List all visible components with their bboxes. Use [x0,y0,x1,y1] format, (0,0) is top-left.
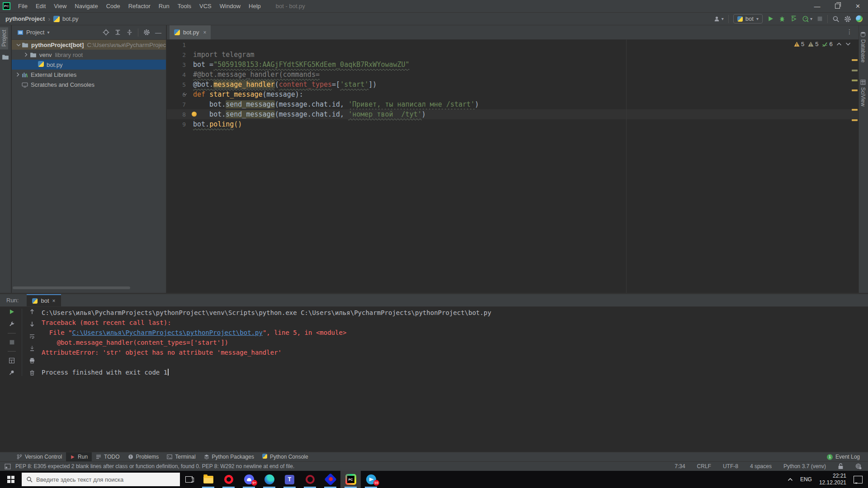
console-file-link[interactable]: C:\Users\илья\PycharmProjects\pythonProj… [72,329,262,336]
toolwindow-button-python-packages[interactable]: Python Packages [200,452,258,462]
status-message[interactable]: PEP 8: E305 expected 2 blank lines after… [15,463,294,469]
rerun-button[interactable] [9,309,15,315]
language-indicator[interactable]: ENG [800,476,812,483]
menu-vcs[interactable]: VCS [195,0,216,13]
code-line-6[interactable]: 6 def start_message(message): [167,89,859,99]
tool-stripe-sciview[interactable]: SciView [859,77,867,109]
taskbar-app-file-explorer[interactable] [198,471,218,488]
code-editor[interactable]: 1 2 import telegram 3 bot ="5059198153:A… [167,40,859,293]
debug-button[interactable] [778,15,786,22]
tree-item-bot-py[interactable]: bot.py [12,60,166,70]
taskbar-app-pycharm[interactable]: PC [340,471,361,488]
code-line-2[interactable]: 2 import telegram [167,50,859,60]
start-button[interactable] [0,471,22,488]
taskbar-app-telegram[interactable]: 55 [361,471,381,488]
error-stripe-mark[interactable] [852,70,858,71]
coverage-button[interactable] [790,15,797,22]
taskbar-app-teams[interactable]: T [279,471,300,488]
tray-expand-chevron-icon[interactable] [788,478,793,481]
expand-all-icon[interactable] [114,29,121,36]
breadcrumb-project[interactable]: pythonProject [5,15,45,22]
error-stripe-mark[interactable] [852,109,858,111]
restore-layout-icon[interactable] [9,357,15,364]
editor-tab-botpy[interactable]: bot.py × [170,25,211,39]
error-stripe-mark[interactable] [852,59,858,61]
warnings-indicator[interactable]: 5 [794,41,804,47]
tab-options-kebab-icon[interactable]: ⋮ [846,28,853,35]
file-encoding[interactable]: UTF-8 [723,463,738,469]
notification-center-icon[interactable] [854,476,863,483]
code-with-me-icon[interactable] [856,15,863,22]
menu-help[interactable]: Help [245,0,265,13]
toolwindow-button-problems[interactable]: Problems [124,452,163,462]
taskbar-search-input[interactable]: Введите здесь текст для поиска [22,473,180,486]
edit-configurations-wrench-icon[interactable] [9,321,15,327]
menu-run[interactable]: Run [155,0,174,13]
toolwindow-button-todo[interactable]: TODO [92,452,123,462]
breadcrumb-file[interactable]: bot.py [62,15,78,22]
console-output[interactable]: C:\Users\илья\PycharmProjects\pythonProj… [42,308,491,377]
code-line-3[interactable]: 3 bot ="5059198153:AAGjFYdtSKFG5KdEem_0a… [167,60,859,70]
tree-item-venv[interactable]: venv library root [12,50,166,60]
chevron-right-icon[interactable] [16,72,22,77]
caret-position[interactable]: 7:34 [675,463,685,469]
scroll-to-end-icon[interactable] [29,345,35,352]
tab-close-icon[interactable]: × [203,29,206,36]
project-panel-title[interactable]: Project [26,29,44,36]
tool-stripe-database[interactable]: Database [859,29,867,65]
clock[interactable]: 22:2112.12.2021 [819,473,846,486]
event-log-button[interactable]: 1 Event Log [827,454,868,460]
menu-navigate[interactable]: Navigate [71,0,102,13]
maximize-button[interactable] [827,0,848,13]
tree-item-pythonproject[interactable]: pythonProject [bot] C:\Users\илья\Pychar… [12,40,166,50]
project-tree-hscrollbar[interactable] [13,286,130,289]
toolwindow-button-terminal[interactable]: Terminal [163,452,199,462]
code-line-4[interactable]: 4 #@bot.message_handler(commands= [167,70,859,80]
toolwindow-button-version-control[interactable]: Version Control [13,452,66,462]
typos-indicator[interactable]: 6 [822,41,832,47]
pin-tab-icon[interactable] [9,370,15,376]
code-line-1[interactable]: 1 [167,40,859,50]
intention-bulb-icon[interactable] [192,112,197,117]
error-stripe-mark[interactable] [852,89,858,91]
print-icon[interactable] [29,357,35,364]
unlock-icon[interactable] [838,463,844,469]
prev-problem-chevron-icon[interactable] [836,42,842,46]
menu-edit[interactable]: Edit [32,0,50,13]
locate-file-icon[interactable] [103,29,109,36]
menu-refactor[interactable]: Refactor [124,0,155,13]
menu-tools[interactable]: Tools [174,0,195,13]
tool-stripe-project[interactable]: Project [0,27,8,49]
tree-item-external-libraries[interactable]: External Libraries [12,70,166,80]
taskbar-app-edge[interactable] [259,471,279,488]
hide-panel-icon[interactable]: — [155,29,161,36]
profiler-button[interactable]: ▾ [802,15,812,22]
run-tab-bot[interactable]: bot × [27,294,61,306]
menu-code[interactable]: Code [102,0,124,13]
tree-item-scratches-and-consoles[interactable]: Scratches and Consoles [12,80,166,89]
user-icon[interactable]: ▾ [713,16,724,22]
clear-console-trash-icon[interactable] [29,370,35,376]
indent-style[interactable]: 4 spaces [750,463,772,469]
project-dropdown-icon[interactable]: ▾ [47,30,49,35]
chevron-right-icon[interactable] [24,52,30,57]
close-button[interactable]: × [848,0,868,13]
toolwindow-button-run[interactable]: Run [66,452,92,462]
taskbar-app-opera-gx[interactable] [300,471,320,488]
run-configuration-select[interactable]: bot▾ [733,14,763,23]
reader-mode-icon[interactable] [855,463,862,469]
folder-stripe-icon[interactable] [2,54,9,60]
code-line-8[interactable]: 8 bot.send_message(message.chat.id, 'ном… [167,109,859,119]
menu-file[interactable]: File [14,0,32,13]
next-problem-chevron-icon[interactable] [845,42,851,46]
task-view-button[interactable] [180,471,198,488]
toolwindow-toggle-icon[interactable] [5,464,11,469]
settings-gear-icon[interactable] [844,15,851,23]
weak-warnings-indicator[interactable]: 5 [808,41,818,47]
toolwindow-button-python-console[interactable]: Python Console [258,452,312,462]
python-interpreter[interactable]: Python 3.7 (venv) [783,463,826,469]
code-line-5[interactable]: 5 @bot.message_handler(content_types=['s… [167,80,859,89]
soft-wrap-icon[interactable] [29,333,35,339]
error-stripe-mark[interactable] [852,80,858,81]
menu-window[interactable]: Window [216,0,245,13]
